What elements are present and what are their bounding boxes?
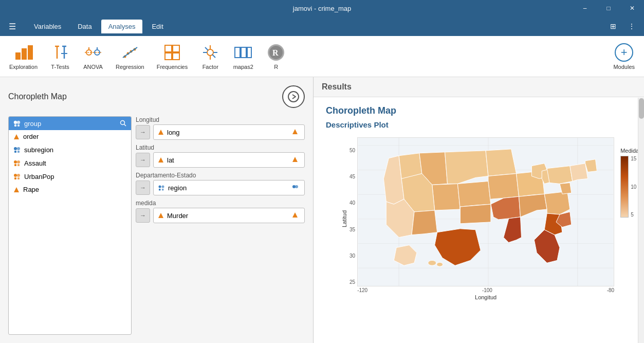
- svg-line-17: [123, 47, 137, 58]
- toolbar-frequencies[interactable]: Frequencies: [152, 39, 193, 75]
- svg-rect-20: [165, 53, 172, 60]
- toolbar-regression[interactable]: Regression: [111, 39, 150, 75]
- exploration-label: Exploration: [9, 64, 38, 70]
- svg-point-44: [17, 147, 20, 150]
- var-item-rape[interactable]: Rape: [9, 183, 131, 196]
- more-options-icon[interactable]: ⋮: [623, 18, 640, 34]
- svg-point-51: [14, 174, 17, 177]
- var-item-urbanpop[interactable]: UrbanPop: [9, 170, 131, 183]
- svg-rect-1: [22, 48, 27, 60]
- svg-rect-19: [173, 45, 179, 52]
- medida-arrow-btn[interactable]: →: [136, 208, 150, 223]
- var-item-order[interactable]: order: [9, 130, 131, 143]
- map-wrapper: Latitud 50 45 40 35 30 25: [341, 137, 632, 300]
- longitud-arrow-btn[interactable]: →: [136, 125, 150, 139]
- choropleth-map-svg: [357, 137, 614, 286]
- departamento-input-row: → region: [136, 180, 305, 195]
- menu-analyses[interactable]: Analyses: [101, 20, 143, 33]
- x-tick-100: -100: [482, 287, 492, 293]
- latitud-arrow-btn[interactable]: →: [136, 153, 150, 167]
- svg-marker-66: [158, 213, 163, 218]
- toolbar-exploration[interactable]: Exploration: [4, 39, 43, 75]
- left-panel: Choropleth Map: [0, 77, 314, 343]
- medida-field[interactable]: Murder: [153, 208, 305, 223]
- hamburger-menu[interactable]: ☰: [4, 18, 21, 34]
- latitud-input-row: → lat: [136, 152, 305, 168]
- svg-point-48: [17, 160, 20, 164]
- svg-line-28: [212, 55, 215, 58]
- modules-plus-icon: +: [615, 43, 633, 62]
- svg-line-41: [124, 124, 126, 127]
- r-label: R: [274, 64, 278, 70]
- spreadsheet-icon[interactable]: ⊞: [605, 18, 621, 34]
- regression-icon: [121, 43, 139, 62]
- y-tick-50: 50: [349, 148, 355, 153]
- toolbar-factor[interactable]: Factor: [195, 39, 226, 75]
- toolbar-anova[interactable]: ANOVA: [78, 39, 108, 75]
- longitud-field[interactable]: long: [153, 124, 305, 140]
- menu-data[interactable]: Data: [70, 20, 99, 33]
- menu-variables[interactable]: Variables: [27, 20, 68, 33]
- svg-rect-54: [17, 177, 20, 179]
- y-axis-ticks: 50 45 40 35 30 25: [349, 137, 357, 300]
- maximize-button[interactable]: □: [597, 0, 620, 16]
- svg-rect-11: [88, 47, 89, 49]
- toolbar-ttests[interactable]: T-Tests: [45, 39, 76, 75]
- menu-right-actions: ⊞ ⋮: [605, 18, 640, 34]
- svg-text:R: R: [272, 48, 279, 57]
- mapas2-icon: [234, 43, 252, 62]
- svg-marker-59: [292, 157, 298, 162]
- var-item-group[interactable]: group: [9, 117, 131, 130]
- medida-clear-btn[interactable]: [290, 210, 300, 221]
- svg-point-52: [17, 174, 20, 177]
- y-tick-35: 35: [349, 227, 355, 232]
- toolbar-r[interactable]: R R: [261, 39, 291, 75]
- departamento-field[interactable]: region: [153, 180, 305, 195]
- longitud-field-icon: [158, 129, 164, 135]
- var-item-subregion[interactable]: subregion: [9, 143, 131, 156]
- latitud-value: lat: [167, 156, 174, 164]
- svg-point-40: [121, 121, 125, 125]
- legend-bar-container: 15 10 5: [620, 156, 639, 218]
- svg-point-37: [17, 121, 20, 124]
- modules-label: Modules: [613, 64, 635, 70]
- latitud-clear-btn[interactable]: [290, 155, 300, 165]
- variable-list[interactable]: group order: [8, 116, 132, 335]
- svg-rect-12: [97, 47, 98, 49]
- scrollbar-thumb-v[interactable]: [639, 98, 644, 119]
- results-scrollbar-v[interactable]: [638, 98, 644, 343]
- panel-header: Choropleth Map: [8, 85, 305, 108]
- svg-point-43: [14, 147, 17, 150]
- menu-edit[interactable]: Edit: [144, 20, 170, 33]
- svg-marker-42: [14, 134, 19, 139]
- results-header: Results: [314, 77, 644, 97]
- y-tick-40: 40: [349, 200, 355, 206]
- svg-line-27: [205, 47, 208, 50]
- minimize-button[interactable]: –: [573, 0, 597, 16]
- close-button[interactable]: ✕: [620, 0, 644, 16]
- svg-rect-62: [159, 189, 161, 191]
- longitud-input-row: → long: [136, 124, 305, 140]
- svg-rect-50: [17, 164, 20, 166]
- latitud-field[interactable]: lat: [153, 152, 305, 168]
- departamento-arrow-btn[interactable]: →: [136, 180, 150, 195]
- svg-point-60: [159, 186, 161, 188]
- latitud-label: Latitud: [136, 144, 305, 151]
- longitud-clear-btn[interactable]: [290, 127, 300, 137]
- toolbar-mapas2[interactable]: mapas2: [228, 39, 259, 75]
- var-label-assault: Assault: [24, 159, 46, 167]
- legend-tick-labels: 15 10 5: [631, 156, 636, 218]
- exploration-icon: [14, 43, 33, 62]
- run-button[interactable]: [282, 85, 305, 108]
- search-icon-group[interactable]: [120, 120, 127, 127]
- var-item-assault[interactable]: Assault: [9, 156, 131, 170]
- toolbar-modules[interactable]: + Modules: [608, 39, 640, 75]
- order-var-icon: [13, 133, 20, 140]
- y-axis-label: Latitud: [341, 210, 347, 227]
- right-panel: Results Choropleth Map Descriptives Plot…: [314, 77, 644, 343]
- x-tick-120: -120: [357, 287, 367, 293]
- svg-rect-38: [14, 124, 16, 127]
- svg-point-61: [162, 186, 164, 188]
- svg-rect-0: [15, 52, 21, 60]
- departamento-clear-btn[interactable]: [290, 183, 300, 193]
